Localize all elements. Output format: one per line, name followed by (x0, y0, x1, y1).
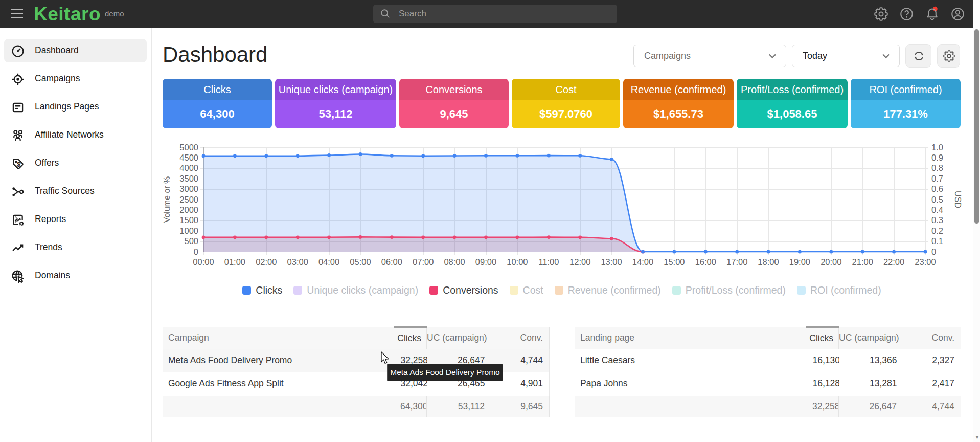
svg-text:11:00: 11:00 (538, 257, 559, 267)
svg-text:00:00: 00:00 (193, 257, 214, 267)
svg-text:04:00: 04:00 (318, 257, 339, 267)
svg-text:19:00: 19:00 (789, 257, 810, 267)
svg-text:02:00: 02:00 (256, 257, 277, 267)
svg-text:2000: 2000 (179, 205, 198, 214)
svg-text:0.6: 0.6 (931, 184, 943, 193)
svg-text:0.4: 0.4 (931, 205, 943, 214)
svg-text:USD: USD (953, 191, 962, 208)
svg-text:20:00: 20:00 (821, 257, 841, 267)
svg-text:0.5: 0.5 (931, 195, 943, 204)
svg-text:08:00: 08:00 (444, 257, 465, 267)
svg-text:Volume or %: Volume or % (163, 176, 171, 223)
svg-text:0.2: 0.2 (931, 226, 943, 235)
svg-text:16:00: 16:00 (695, 257, 716, 267)
svg-text:1000: 1000 (179, 226, 198, 235)
svg-text:23:00: 23:00 (915, 257, 936, 267)
svg-text:21:00: 21:00 (852, 257, 873, 267)
svg-text:0.7: 0.7 (931, 174, 943, 183)
svg-text:0: 0 (194, 247, 198, 256)
svg-text:17:00: 17:00 (726, 257, 747, 267)
svg-text:0.3: 0.3 (931, 215, 943, 225)
svg-text:07:00: 07:00 (413, 257, 434, 267)
svg-text:14:00: 14:00 (632, 257, 653, 267)
svg-text:01:00: 01:00 (224, 257, 245, 267)
svg-text:0.1: 0.1 (931, 236, 943, 246)
svg-text:5000: 5000 (179, 143, 198, 152)
svg-text:4500: 4500 (179, 153, 198, 162)
svg-text:2500: 2500 (179, 195, 198, 204)
svg-text:22:00: 22:00 (883, 257, 904, 267)
svg-text:4000: 4000 (179, 163, 198, 172)
svg-text:13:00: 13:00 (601, 257, 622, 267)
svg-text:3500: 3500 (179, 174, 198, 183)
svg-text:12:00: 12:00 (569, 257, 590, 267)
svg-text:1.0: 1.0 (931, 143, 943, 152)
svg-text:500: 500 (184, 236, 198, 246)
svg-text:3000: 3000 (179, 184, 198, 193)
svg-text:0.9: 0.9 (931, 153, 943, 162)
svg-text:18:00: 18:00 (758, 257, 779, 267)
svg-text:10:00: 10:00 (507, 257, 528, 267)
svg-text:0: 0 (931, 247, 936, 256)
svg-text:0.8: 0.8 (931, 163, 943, 172)
svg-text:1500: 1500 (179, 215, 198, 225)
svg-text:09:00: 09:00 (475, 257, 496, 267)
svg-text:03:00: 03:00 (287, 257, 308, 267)
svg-text:15:00: 15:00 (664, 257, 685, 267)
svg-text:05:00: 05:00 (350, 257, 371, 267)
svg-text:06:00: 06:00 (381, 257, 402, 267)
